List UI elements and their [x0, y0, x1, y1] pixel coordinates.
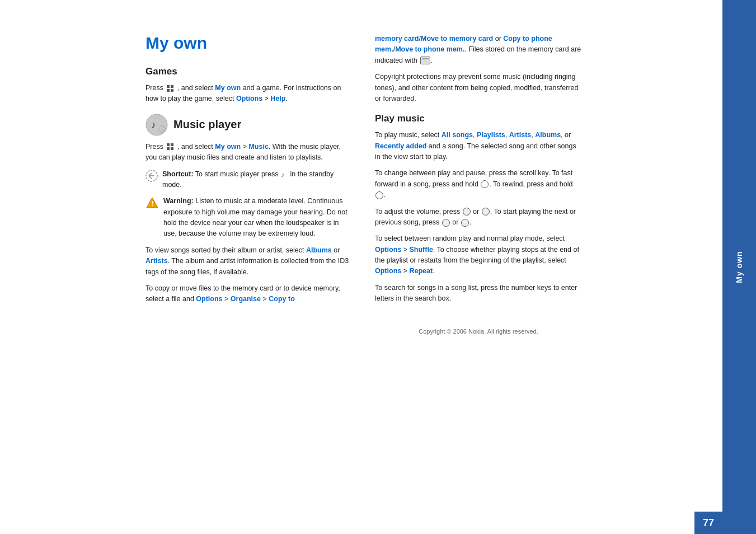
warning-label: Warning:	[163, 197, 194, 205]
link-memory-card[interactable]: memory card	[375, 35, 419, 43]
page-number: 77	[703, 517, 714, 529]
games-section: Games Press , and select My own and a ga…	[145, 66, 353, 105]
svg-rect-8	[167, 143, 170, 146]
apps-icon-2	[166, 143, 174, 151]
scroll-key-icon-2	[375, 191, 383, 199]
link-options-shuffle[interactable]: Options	[375, 246, 401, 254]
link-recently-added[interactable]: Recently added	[375, 142, 426, 150]
link-all-songs[interactable]: All songs	[442, 131, 473, 139]
play-music-para5: To search for songs in a song list, pres…	[375, 283, 582, 305]
link-music[interactable]: Music	[248, 143, 268, 151]
svg-rect-0	[167, 85, 170, 88]
shortcut-box: Shortcut: To start music player press ♪ …	[145, 169, 353, 191]
play-music-para2: To change between play and pause, press …	[375, 168, 582, 200]
games-section-title: Games	[145, 66, 353, 77]
link-repeat[interactable]: Repeat	[409, 267, 433, 275]
link-move-to-phone-mem[interactable]: Move to phone mem.	[395, 45, 464, 53]
svg-text:!: !	[152, 200, 154, 208]
music-player-icon: ♪ →	[145, 114, 168, 136]
svg-rect-2	[167, 89, 170, 92]
page-title: My own	[145, 34, 353, 53]
copyright-protection-para: Copyright protections may prevent some m…	[375, 72, 582, 104]
play-music-section: Play music To play music, select All son…	[375, 113, 582, 304]
nav-key-icon-2	[482, 208, 490, 216]
music-note-icon: ♪	[280, 170, 288, 178]
music-para2: To copy or move files to the memory card…	[145, 283, 353, 305]
copyright-text: Copyright © 2006 Nokia. All rights reser…	[375, 327, 582, 336]
shortcut-icon	[145, 170, 158, 182]
warning-text: Warning: Listen to music at a moderate l…	[163, 196, 353, 240]
main-content: My own Games Press , and select My own a…	[0, 0, 722, 534]
play-music-para1: To play music, select All songs, Playlis…	[375, 130, 582, 162]
play-music-title: Play music	[375, 113, 582, 124]
shortcut-text: Shortcut: To start music player press ♪ …	[162, 169, 353, 191]
link-my-own-music[interactable]: My own	[215, 143, 241, 151]
sidebar-label: My own	[735, 251, 744, 283]
page-number-container: 77	[694, 512, 722, 534]
nav-key-icon-1	[463, 208, 471, 216]
warning-box: ! Warning: Listen to music at a moderate…	[145, 196, 353, 240]
link-move-to-memory-card[interactable]: Move to memory card	[421, 35, 493, 43]
music-player-intro: Press , and select My own > Music. With …	[145, 142, 353, 163]
music-para1: To view songs sorted by their album or a…	[145, 245, 353, 278]
music-player-section: ♪ → Music player Press , and select My o	[145, 114, 353, 305]
right-top-para: memory card/Move to memory card or Copy …	[375, 34, 582, 66]
link-my-own-games[interactable]: My own	[215, 84, 241, 92]
svg-text:→: →	[161, 128, 165, 133]
right-column: memory card/Move to memory card or Copy …	[375, 34, 582, 512]
music-player-title: Music player	[173, 118, 241, 131]
link-organise[interactable]: Organise	[231, 295, 261, 303]
apps-icon	[166, 85, 174, 92]
link-artists-2[interactable]: Artists	[509, 131, 532, 139]
svg-rect-3	[171, 89, 173, 92]
warning-icon: !	[145, 196, 159, 210]
page-container: My own Games Press , and select My own a…	[0, 0, 756, 534]
left-column: My own Games Press , and select My own a…	[145, 34, 353, 512]
svg-rect-1	[171, 85, 173, 88]
music-player-header: ♪ → Music player	[145, 114, 353, 136]
link-help[interactable]: Help	[270, 95, 285, 102]
link-shuffle[interactable]: Shuffle	[409, 246, 433, 254]
games-section-body: Press , and select My own and a game. Fo…	[145, 83, 353, 105]
shortcut-label: Shortcut:	[162, 170, 194, 178]
svg-rect-9	[171, 143, 173, 146]
nav-key-icon-3	[442, 219, 450, 227]
svg-text:♪: ♪	[151, 119, 156, 130]
play-music-para4: To select between random play and normal…	[375, 233, 582, 277]
nav-key-icon-4	[461, 219, 469, 227]
svg-rect-11	[171, 147, 173, 150]
play-music-para3: To adjust the volume, press or . To star…	[375, 207, 582, 228]
link-options-repeat[interactable]: Options	[375, 267, 401, 275]
right-sidebar: My own 77	[722, 0, 756, 534]
svg-text:♪: ♪	[281, 171, 284, 178]
link-playlists[interactable]: Playlists	[477, 131, 505, 139]
link-options-organise[interactable]: Options	[196, 295, 222, 303]
memory-card-icon	[420, 57, 430, 64]
link-copy-to[interactable]: Copy to	[269, 295, 295, 303]
link-albums-1[interactable]: Albums	[306, 246, 332, 254]
link-albums-2[interactable]: Albums	[535, 131, 561, 139]
svg-rect-10	[167, 147, 170, 150]
link-artists-1[interactable]: Artists	[145, 257, 168, 265]
scroll-key-icon-1	[481, 180, 489, 188]
link-options-games[interactable]: Options	[236, 95, 262, 102]
